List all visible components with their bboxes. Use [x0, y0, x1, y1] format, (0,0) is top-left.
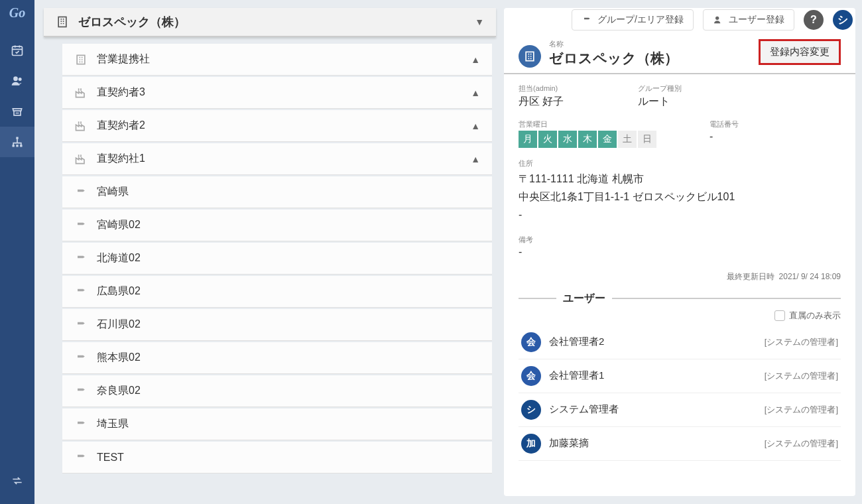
- address-label: 住所: [519, 158, 841, 168]
- svg-rect-5: [16, 145, 18, 147]
- nav-rail: Go: [0, 0, 34, 504]
- days-label: 営業曜日: [519, 119, 656, 129]
- tree-item[interactable]: 広島県02: [62, 276, 492, 308]
- pin-icon: [74, 186, 88, 199]
- tree-item[interactable]: 奈良県02: [62, 375, 492, 407]
- svg-rect-0: [13, 46, 23, 55]
- tree-item-label: TEST: [97, 452, 480, 464]
- storefront-icon: [11, 105, 24, 118]
- signpost-icon: [582, 15, 592, 25]
- tree-item[interactable]: 営業提携社▲: [62, 44, 492, 76]
- chevron-up-icon: ▲: [471, 121, 480, 131]
- user-badge-icon: 会: [521, 366, 541, 386]
- user-badge-icon: シ: [521, 400, 541, 420]
- tree-item-label: 営業提携社: [97, 52, 462, 66]
- user-section-label: ユーザー: [563, 292, 605, 306]
- field-admin: 担当(admin) 丹区 好子: [519, 84, 611, 109]
- nav-users[interactable]: [0, 66, 34, 96]
- user-row[interactable]: 会会社管理者2[システムの管理者]: [519, 326, 841, 359]
- chevron-up-icon: ▲: [471, 54, 480, 65]
- user-name: システム管理者: [549, 403, 757, 416]
- user-register-button[interactable]: ユーザー登録: [703, 9, 794, 31]
- field-days: 営業曜日 月火水木金土日: [519, 119, 656, 148]
- building-icon: [74, 53, 88, 66]
- user-role: [システムの管理者]: [765, 336, 838, 348]
- admin-value: 丹区 好子: [519, 95, 611, 109]
- pin-icon: [74, 418, 88, 431]
- user-role: [システムの管理者]: [765, 370, 838, 382]
- phone-value: -: [709, 131, 802, 143]
- svg-rect-4: [13, 145, 15, 147]
- admin-label: 担当(admin): [519, 84, 611, 94]
- nav-collapse[interactable]: [0, 466, 34, 496]
- user-role: [システムの管理者]: [765, 438, 838, 450]
- tree-item[interactable]: 直契約者3▲: [62, 77, 492, 109]
- group-header[interactable]: ゼロスペック（株） ▼: [44, 8, 496, 37]
- detail-panel: 名称 ゼロスペック（株） 登録内容変更 担当(admin) 丹区 好子 グループ…: [504, 8, 855, 496]
- avatar-button[interactable]: シ: [833, 10, 853, 30]
- svg-rect-7: [58, 17, 66, 27]
- address-line3: -: [519, 206, 841, 223]
- pin-icon: [74, 219, 88, 232]
- svg-point-1: [13, 76, 18, 81]
- nav-org-tree[interactable]: [0, 127, 34, 157]
- group-area-label: グループ/エリア登録: [597, 14, 684, 26]
- user-name: 会社管理者2: [549, 336, 757, 348]
- topbar: グループ/エリア登録 ユーザー登録 ? シ: [572, 9, 853, 31]
- calendar-check-icon: [11, 44, 24, 57]
- nav-calendar[interactable]: [0, 35, 34, 66]
- tree-item[interactable]: 宮崎県: [62, 176, 492, 208]
- tree-item[interactable]: 宮崎県02: [62, 210, 492, 241]
- user-row[interactable]: シシステム管理者[システムの管理者]: [519, 393, 841, 427]
- tree-item-label: 奈良県02: [97, 384, 480, 398]
- factory-icon: [74, 86, 88, 99]
- edit-button[interactable]: 登録内容変更: [759, 39, 841, 65]
- tree-item[interactable]: 埼玉県: [62, 409, 492, 440]
- group-area-register-button[interactable]: グループ/エリア登録: [572, 9, 694, 31]
- user-section-header: ユーザー: [519, 292, 841, 306]
- detail-name-label: 名称: [549, 40, 564, 48]
- group-type-value: ルート: [638, 95, 731, 109]
- building-icon: [56, 15, 69, 29]
- chevron-up-icon: ▲: [471, 154, 480, 164]
- svg-point-10: [715, 17, 719, 20]
- tree-item-label: 熊本県02: [97, 351, 480, 365]
- user-row[interactable]: 会会社管理者1[システムの管理者]: [519, 359, 841, 393]
- nav-delivery[interactable]: [0, 96, 34, 127]
- tree-item-label: 直契約者3: [97, 86, 462, 99]
- pin-icon: [74, 385, 88, 398]
- svg-point-2: [19, 78, 22, 81]
- checkbox-icon[interactable]: [774, 310, 785, 321]
- tree-item[interactable]: 熊本県02: [62, 342, 492, 374]
- pin-icon: [74, 451, 88, 464]
- direct-only-label: 直属のみ表示: [789, 310, 841, 322]
- tree-item-label: 直契約者2: [97, 119, 462, 133]
- tree-item[interactable]: 石川県02: [62, 309, 492, 341]
- days-row: 月火水木金土日: [519, 131, 656, 148]
- tree-item-label: 北海道02: [97, 251, 480, 265]
- pin-icon: [74, 252, 88, 265]
- tree-item-label: 埼玉県: [97, 417, 480, 431]
- tree-item-label: 広島県02: [97, 284, 480, 298]
- svg-rect-3: [16, 137, 18, 139]
- last-updated: 最終更新日時 2021/ 9/ 24 18:09: [519, 271, 841, 283]
- user-row[interactable]: 加加藤菜摘[システムの管理者]: [519, 427, 841, 461]
- org-circle-icon: [519, 45, 541, 68]
- tree-item[interactable]: 直契約社1▲: [62, 143, 492, 175]
- tree-item[interactable]: 直契約者2▲: [62, 110, 492, 142]
- tree-item-label: 石川県02: [97, 318, 480, 332]
- svg-rect-6: [20, 145, 22, 147]
- field-group-type: グループ種別 ルート: [638, 84, 731, 109]
- direct-only-toggle[interactable]: 直属のみ表示: [519, 310, 841, 322]
- day-cell: 金: [598, 131, 617, 148]
- day-cell: 火: [538, 131, 557, 148]
- chevron-up-icon: ▲: [471, 88, 480, 98]
- address-line2: 中央区北1条1丁目1-1-1 ゼロスペックビル101: [519, 188, 841, 206]
- field-address: 住所 〒111-1111 北海道 札幌市 中央区北1条1丁目1-1-1 ゼロスペ…: [519, 158, 841, 224]
- tree-item[interactable]: TEST: [62, 442, 492, 473]
- tree-item-label: 直契約社1: [97, 152, 462, 166]
- note-value: -: [519, 246, 841, 258]
- tree-item[interactable]: 北海道02: [62, 243, 492, 275]
- tree-list[interactable]: 営業提携社▲直契約者3▲直契約者2▲直契約社1▲宮崎県宮崎県02北海道02広島県…: [44, 44, 496, 496]
- help-button[interactable]: ?: [804, 10, 824, 30]
